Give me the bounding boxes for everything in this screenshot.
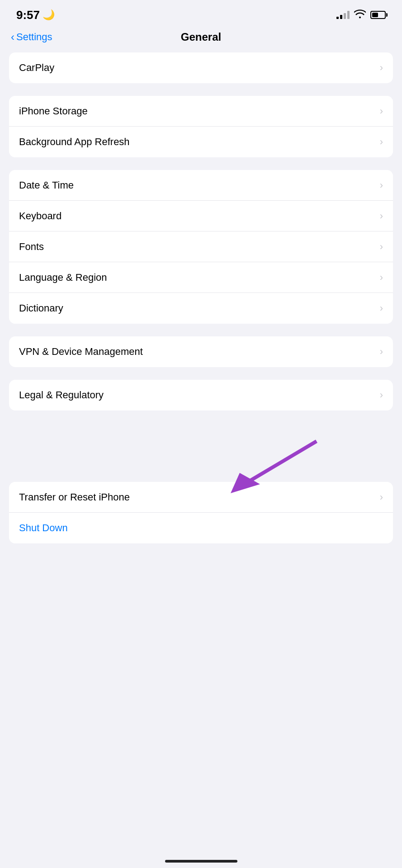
signal-bars-icon	[336, 11, 350, 19]
legal-regulatory-label: Legal & Regulatory	[19, 389, 104, 401]
vpn-section: VPN & Device Management ›	[9, 336, 393, 367]
language-region-label: Language & Region	[19, 272, 107, 283]
wifi-icon	[354, 9, 366, 21]
carplay-section: CarPlay ›	[9, 52, 393, 83]
status-time: 9:57 🌙	[16, 8, 55, 22]
storage-section: iPhone Storage › Background App Refresh …	[9, 96, 393, 157]
shutdown-label: Shut Down	[19, 522, 68, 534]
page-title: General	[181, 31, 221, 43]
legal-regulatory-chevron-icon: ›	[380, 389, 383, 401]
battery-fill	[372, 13, 378, 17]
dictionary-row[interactable]: Dictionary ›	[9, 293, 393, 324]
carplay-label: CarPlay	[19, 62, 54, 74]
iphone-storage-chevron-icon: ›	[380, 105, 383, 117]
date-time-row[interactable]: Date & Time ›	[9, 170, 393, 201]
language-region-row[interactable]: Language & Region ›	[9, 262, 393, 293]
settings-content: CarPlay › iPhone Storage › Background Ap…	[0, 52, 402, 543]
shutdown-row[interactable]: Shut Down	[9, 513, 393, 543]
transfer-reset-chevron-icon: ›	[380, 491, 383, 503]
moon-icon: 🌙	[43, 9, 55, 21]
vpn-management-row[interactable]: VPN & Device Management ›	[9, 336, 393, 367]
signal-bar-4	[347, 11, 350, 19]
battery-icon	[370, 11, 386, 19]
transfer-reset-row[interactable]: Transfer or Reset iPhone ›	[9, 482, 393, 513]
status-bar: 9:57 🌙	[0, 0, 402, 25]
vpn-management-chevron-icon: ›	[380, 346, 383, 358]
svg-line-0	[244, 441, 317, 484]
carplay-chevron-icon: ›	[380, 62, 383, 74]
legal-regulatory-row[interactable]: Legal & Regulatory ›	[9, 380, 393, 410]
vpn-management-label: VPN & Device Management	[19, 346, 143, 358]
annotation-arrow	[9, 423, 393, 486]
back-label: Settings	[16, 31, 52, 43]
background-refresh-label: Background App Refresh	[19, 136, 130, 148]
dictionary-chevron-icon: ›	[380, 302, 383, 314]
fonts-row[interactable]: Fonts ›	[9, 231, 393, 262]
background-refresh-row[interactable]: Background App Refresh ›	[9, 127, 393, 157]
status-icons	[336, 9, 386, 21]
date-time-chevron-icon: ›	[380, 179, 383, 191]
keyboard-chevron-icon: ›	[380, 210, 383, 222]
back-chevron-icon: ‹	[11, 32, 14, 42]
time-label: 9:57	[16, 8, 40, 22]
legal-section: Legal & Regulatory ›	[9, 380, 393, 410]
transfer-reset-label: Transfer or Reset iPhone	[19, 491, 130, 503]
date-time-label: Date & Time	[19, 179, 74, 191]
dictionary-label: Dictionary	[19, 302, 63, 314]
iphone-storage-label: iPhone Storage	[19, 105, 88, 117]
keyboard-row[interactable]: Keyboard ›	[9, 201, 393, 231]
back-button[interactable]: ‹ Settings	[11, 31, 52, 43]
reset-section: Transfer or Reset iPhone › Shut Down	[9, 482, 393, 543]
signal-bar-3	[344, 13, 346, 19]
signal-bar-1	[336, 17, 339, 19]
language-region-chevron-icon: ›	[380, 272, 383, 283]
locale-section: Date & Time › Keyboard › Fonts › Languag…	[9, 170, 393, 324]
iphone-storage-row[interactable]: iPhone Storage ›	[9, 96, 393, 127]
signal-bar-2	[340, 15, 342, 19]
fonts-label: Fonts	[19, 241, 44, 253]
keyboard-label: Keyboard	[19, 210, 61, 222]
background-refresh-chevron-icon: ›	[380, 136, 383, 148]
home-indicator	[165, 860, 237, 863]
fonts-chevron-icon: ›	[380, 241, 383, 253]
carplay-row[interactable]: CarPlay ›	[9, 52, 393, 83]
nav-header: ‹ Settings General	[0, 25, 402, 52]
